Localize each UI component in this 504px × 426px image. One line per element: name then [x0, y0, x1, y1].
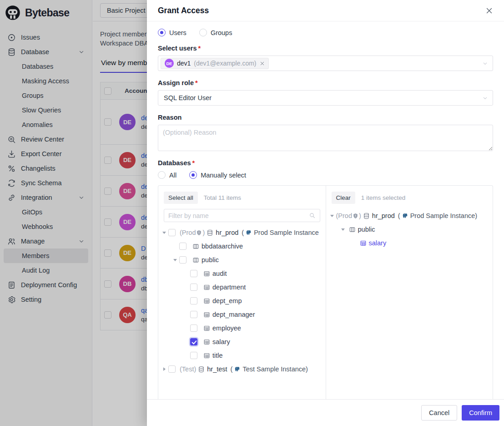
checkbox[interactable]: [190, 352, 197, 359]
radio-groups[interactable]: Groups: [199, 29, 232, 36]
checkbox[interactable]: [190, 311, 197, 318]
chip-user-email: (dev1@example.com): [194, 60, 256, 67]
tree-row-department[interactable]: department: [158, 280, 326, 294]
radio-manually-select[interactable]: Manually select: [189, 171, 246, 179]
postgres-icon: [246, 229, 252, 236]
tree-row-public[interactable]: public: [158, 253, 326, 267]
clear-button[interactable]: Clear: [332, 192, 355, 204]
caret-down-icon[interactable]: [339, 228, 347, 231]
assign-role-value: SQL Editor User: [161, 94, 212, 101]
tree-row-bbdataarchive[interactable]: bbdataarchive: [158, 239, 326, 253]
select-users-label: Select users*: [158, 45, 493, 52]
user-chip: DE dev1 (dev1@example.com): [161, 58, 269, 69]
caret-down-icon[interactable]: [160, 232, 168, 234]
select-all-button[interactable]: Select all: [164, 192, 198, 204]
tree-row-hr-prod[interactable]: (Prod ) hr_prod (Prod Sample Instance: [158, 226, 326, 239]
table-icon: [203, 298, 210, 304]
table-icon: [203, 284, 210, 291]
checkbox-checked[interactable]: [190, 338, 197, 345]
checkbox[interactable]: [190, 270, 197, 277]
shield-icon: [196, 230, 202, 236]
radio-unselected-icon: [199, 29, 207, 36]
database-transfer-panel: Select all Total 11 items (Prod ): [158, 185, 493, 399]
tree-row-dept-emp[interactable]: dept_emp: [158, 294, 326, 308]
shield-icon: [353, 213, 358, 219]
cancel-button[interactable]: Cancel: [421, 405, 457, 421]
tree-row-dept-manager[interactable]: dept_manager: [158, 308, 326, 321]
table-icon: [203, 339, 210, 345]
search-icon: [309, 212, 316, 219]
required-marker: *: [198, 45, 201, 52]
radio-all-databases[interactable]: All: [158, 171, 176, 179]
total-items-label: Total 11 items: [204, 194, 241, 201]
source-tree: (Prod ) hr_prod (Prod Sample Instance bb…: [158, 225, 326, 377]
chip-remove-icon[interactable]: [260, 61, 265, 66]
table-icon: [203, 311, 210, 318]
reason-label: Reason: [158, 114, 493, 121]
table-icon: [360, 240, 367, 247]
databases-label: Databases*: [158, 159, 493, 167]
grant-access-modal: Grant Access Users Groups Select users* …: [147, 0, 504, 426]
caret-right-icon[interactable]: [160, 367, 168, 371]
tree-row-employee[interactable]: employee: [158, 321, 326, 335]
caret-down-icon[interactable]: [328, 215, 336, 217]
caret-down-icon[interactable]: [171, 259, 179, 261]
checkbox[interactable]: [190, 325, 197, 332]
table-icon: [203, 270, 210, 277]
radio-unselected-icon: [158, 171, 166, 179]
tree-row-audit[interactable]: audit: [158, 267, 326, 280]
filter-input-wrap: [164, 209, 320, 222]
selected-count-label: 1 items selected: [361, 194, 406, 201]
database-icon: [198, 366, 205, 373]
selected-row-salary[interactable]: salary: [326, 236, 493, 250]
modal-title: Grant Access: [158, 6, 209, 15]
modal-footer: Cancel Confirm: [147, 399, 504, 426]
transfer-source-pane: Select all Total 11 items (Prod ): [158, 186, 326, 399]
databases-radio-group: All Manually select: [158, 171, 493, 179]
chip-user-name: dev1: [177, 60, 191, 67]
selected-row-public[interactable]: public: [326, 223, 493, 236]
database-icon: [363, 213, 370, 219]
member-type-radio-group: Users Groups: [158, 29, 493, 36]
checkbox[interactable]: [168, 229, 176, 236]
assign-role-select[interactable]: SQL Editor User: [158, 90, 493, 106]
required-marker: *: [195, 79, 198, 86]
radio-selected-icon: [158, 29, 166, 36]
postgres-icon: [402, 213, 408, 219]
checkbox[interactable]: [179, 243, 186, 250]
tree-row-salary[interactable]: salary: [158, 335, 326, 349]
checkbox[interactable]: [190, 284, 197, 291]
transfer-target-pane: Clear 1 items selected (Prod ) hr_prod (…: [326, 186, 493, 399]
chevron-down-icon: [482, 61, 488, 66]
selected-row-hr-prod[interactable]: (Prod ) hr_prod (Prod Sample Instance): [326, 209, 493, 223]
tree-row-hr-test[interactable]: (Test ) hr_test (Test Sample Instance): [158, 362, 326, 376]
schema-icon: [192, 243, 199, 250]
table-icon: [203, 325, 210, 332]
radio-selected-icon: [189, 171, 197, 179]
select-users-input[interactable]: DE dev1 (dev1@example.com): [158, 56, 493, 71]
tree-row-title[interactable]: title: [158, 349, 326, 362]
checkbox[interactable]: [179, 256, 186, 264]
database-icon: [207, 229, 213, 236]
reason-textarea[interactable]: [158, 125, 493, 151]
postgres-icon: [234, 366, 241, 372]
close-icon[interactable]: [485, 7, 493, 15]
checkbox[interactable]: [168, 365, 176, 373]
table-icon: [203, 352, 210, 359]
filter-by-name-input[interactable]: [168, 212, 309, 219]
schema-icon: [349, 226, 356, 233]
chevron-down-icon: [482, 95, 488, 101]
assign-role-label: Assign role*: [158, 79, 493, 86]
confirm-button[interactable]: Confirm: [462, 405, 499, 421]
radio-users[interactable]: Users: [158, 29, 186, 36]
chip-avatar: DE: [165, 59, 174, 68]
target-tree: (Prod ) hr_prod (Prod Sample Instance) p…: [326, 208, 493, 251]
schema-icon: [192, 257, 199, 264]
required-marker: *: [192, 159, 195, 167]
checkbox[interactable]: [190, 297, 197, 304]
